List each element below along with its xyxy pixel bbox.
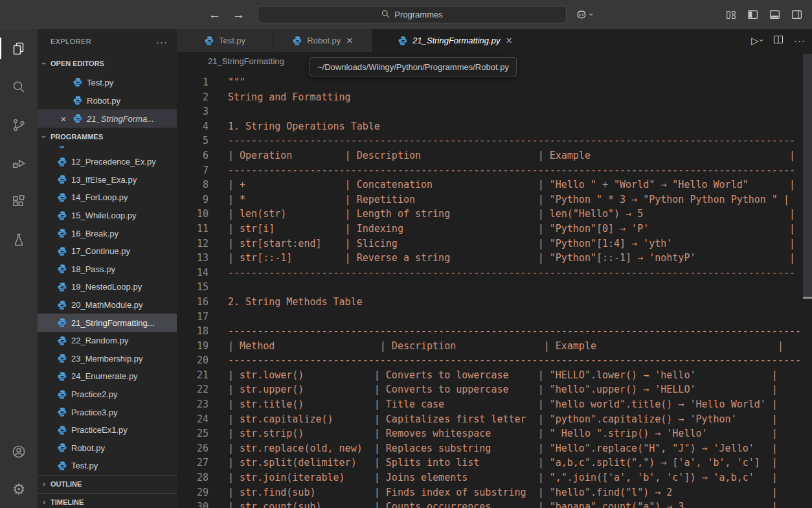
code-line[interactable]: 21| str.lower() | Converts to lowercase … [177, 368, 802, 383]
code-line[interactable]: 14--------------------------------------… [177, 266, 802, 281]
file-list-item[interactable]: 24_Enumerate.py [38, 367, 177, 386]
code-line[interactable]: 10| len(str) | Length of string | len("H… [177, 207, 802, 222]
file-list-item[interactable]: 16_Break.py [38, 224, 177, 242]
open-editors-section-header[interactable]: › OPEN EDITORS [38, 54, 177, 73]
code-line[interactable]: 30| str.count(sub) | Counts occurrences … [177, 500, 802, 508]
code-line[interactable]: 20--------------------------------------… [177, 353, 802, 368]
toggle-panel-button[interactable] [769, 9, 780, 20]
code-line[interactable]: 24| str.capitalize() | Capitalizes first… [177, 412, 802, 427]
editor-tab[interactable]: Robot.py× [273, 29, 372, 52]
accounts-icon[interactable] [0, 433, 38, 470]
python-file-icon [204, 36, 214, 46]
file-list-item[interactable]: 13_IfElse_Exa.py [38, 171, 177, 189]
code-line[interactable]: 17 [177, 310, 802, 325]
code-line[interactable]: 6| Operation | Description | Example | [177, 148, 802, 163]
close-editor-icon[interactable]: × [58, 114, 69, 124]
open-editor-item[interactable]: ×21_StringForma... [38, 110, 177, 128]
file-list-item[interactable]: Practice2.py [38, 386, 177, 404]
nav-forward-icon[interactable]: → [232, 8, 245, 22]
settings-gear-icon[interactable]: ⚙ [0, 470, 38, 508]
editor-more-actions-icon[interactable]: ··· [794, 35, 806, 46]
code-line[interactable]: 2String and Formatting [177, 90, 802, 105]
timeline-section-header[interactable]: › TIMELINE [38, 493, 177, 508]
code-line[interactable]: 1""" [177, 75, 802, 90]
code-line[interactable]: 25| str.strip() | Removes whitespace | "… [177, 426, 802, 441]
run-and-debug-icon[interactable] [0, 144, 38, 182]
outline-section-header[interactable]: › OUTLINE [38, 475, 177, 493]
toggle-secondary-sidebar-button[interactable] [791, 9, 802, 20]
code-line[interactable]: 162. String Methods Table [177, 295, 802, 310]
split-editor-icon[interactable] [773, 34, 784, 47]
programmes-section-header[interactable]: › PROGRAMMES [38, 128, 177, 146]
code-line[interactable]: 13| str[::-1] | Reverse a string | "Pyth… [177, 251, 802, 266]
run-python-file-button[interactable]: ▷ › [751, 35, 763, 47]
file-list-item[interactable]: Practice3.py [38, 403, 177, 421]
code-line[interactable]: 9| * | Repetition | "Python " * 3 → "Pyt… [177, 192, 802, 207]
code-text: | str.find(sub) | Finds index of substri… [209, 485, 778, 500]
file-list-item[interactable]: 18_Pass.py [38, 260, 177, 279]
search-sidebar-icon[interactable] [0, 67, 38, 106]
nav-back-icon[interactable]: ← [209, 8, 221, 22]
file-list-item[interactable]: 22_Random.py [38, 332, 177, 350]
code-line[interactable]: 23| str.title() | Title case | "hello wo… [177, 397, 802, 412]
close-tab-icon[interactable]: × [506, 36, 512, 46]
file-list-item[interactable]: 15_WhileLoop.py [38, 207, 177, 225]
copilot-button[interactable]: › [575, 0, 592, 29]
code-line[interactable]: 18--------------------------------------… [177, 324, 802, 339]
python-file-icon [57, 443, 67, 453]
search-box[interactable]: Programmes [258, 6, 567, 23]
python-file-icon [193, 56, 203, 66]
python-file-icon [57, 407, 67, 417]
code-editor[interactable]: 1"""2String and Formatting341. String Op… [177, 70, 802, 508]
file-list-item[interactable]: 14_ForLoop.py [38, 189, 177, 207]
editor-tab[interactable]: Test.py [177, 29, 273, 52]
python-file-icon [73, 95, 83, 106]
code-line[interactable]: 11| str[i] | Indexing | "Python"[0] → 'P… [177, 222, 802, 237]
code-line[interactable]: 27| str.split(delimiter) | Splits into l… [177, 456, 802, 470]
line-number: 15 [177, 280, 209, 295]
editor-tab[interactable]: 21_StringFormatting.py× [372, 29, 538, 52]
code-line[interactable]: 22| str.upper() | Converts to uppercase … [177, 382, 802, 397]
code-line[interactable]: 7---------------------------------------… [177, 163, 802, 178]
code-line[interactable]: 8| + | Concatenation | "Hello " + "World… [177, 178, 802, 192]
open-editors-title: OPEN EDITORS [51, 60, 104, 67]
editor-scrollbar[interactable] [803, 54, 812, 297]
file-list-item[interactable]: 21_StringFormatting... [38, 314, 177, 332]
chevron-down-icon: › [587, 13, 596, 16]
toggle-primary-sidebar-button[interactable] [747, 9, 758, 20]
open-editor-item[interactable]: Robot.py [38, 91, 177, 110]
python-file-icon [57, 246, 67, 257]
extensions-icon[interactable] [0, 182, 38, 220]
file-name: 12_Precedence_Ex.py [71, 157, 156, 167]
file-list-item[interactable]: Test.py [38, 457, 177, 475]
code-line[interactable]: 26| str.replace(old, new) | Replaces sub… [177, 441, 802, 456]
code-line[interactable]: 12| str[start:end] | Slicing | "Python"[… [177, 237, 802, 251]
file-list-item[interactable]: 12_Precedence_Ex.py [38, 153, 177, 171]
file-list-item[interactable]: 23_Membership.py [38, 350, 177, 368]
explorer-icon[interactable] [0, 29, 38, 67]
source-control-icon[interactable] [0, 106, 38, 144]
close-tab-icon[interactable]: × [346, 36, 352, 46]
code-line[interactable]: 3 [177, 104, 802, 119]
code-line[interactable]: 15 [177, 280, 802, 295]
code-line[interactable]: 28| str.join(iterable) | Joins elements … [177, 470, 802, 485]
code-line[interactable]: 29| str.find(sub) | Finds index of subst… [177, 485, 802, 500]
code-text: """ [209, 75, 245, 90]
file-list-item[interactable]: 20_MathModule.py [38, 296, 177, 314]
explorer-more-actions-icon[interactable]: ··· [156, 36, 168, 47]
file-list-item[interactable]: PracticeEx1.py [38, 421, 177, 439]
code-text: | str[::-1] | Reverse a string | "Python… [209, 251, 795, 266]
file-list-item[interactable]: 19_NestedLoop.py [38, 278, 177, 296]
python-file-icon [73, 113, 83, 124]
code-line[interactable]: 41. String Operations Table [177, 119, 802, 134]
file-list-item[interactable]: 17_Continue.py [38, 242, 177, 260]
open-editor-item[interactable]: Test.py [38, 73, 177, 91]
file-list-item[interactable]: Robot.py [38, 439, 177, 457]
code-line[interactable]: 5---------------------------------------… [177, 133, 802, 148]
tooltip-path-text: ~/Downloads/Wiingy/Python/Programmes/Rob… [317, 62, 509, 72]
customize-layout-button[interactable] [726, 10, 736, 20]
code-text: | str.strip() | Removes whitespace | " H… [209, 426, 778, 441]
testing-icon[interactable] [0, 220, 38, 259]
line-number: 17 [177, 310, 209, 325]
code-line[interactable]: 19| Method | Description | Example | [177, 339, 802, 354]
